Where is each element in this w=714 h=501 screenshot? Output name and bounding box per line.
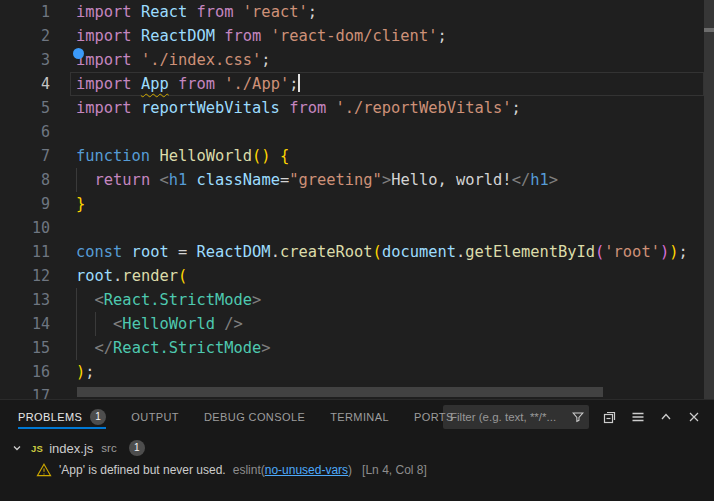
code-token: > bbox=[382, 171, 391, 189]
code-token: function bbox=[76, 147, 159, 165]
code-token: import bbox=[76, 3, 141, 21]
code-token: > bbox=[252, 291, 261, 309]
code-line-15[interactable]: </React.StrictMode> bbox=[76, 336, 271, 360]
problems-file-group[interactable]: JS index.js src 1 bbox=[0, 437, 714, 459]
tab-label: PORTS bbox=[414, 411, 454, 423]
line-number-2[interactable]: 2 bbox=[0, 24, 50, 48]
tab-problems[interactable]: PROBLEMS1 bbox=[18, 400, 106, 433]
code-line-7[interactable]: function HelloWorld() { bbox=[76, 144, 289, 168]
code-token: ReactDOM bbox=[197, 243, 271, 261]
code-line-12[interactable]: root.render( bbox=[76, 264, 187, 288]
code-token: getElementById bbox=[465, 243, 595, 261]
code-token: return bbox=[95, 171, 160, 189]
problem-rule-link[interactable]: no-unused-vars bbox=[265, 463, 348, 477]
code-token: = bbox=[178, 243, 197, 261]
code-line-16[interactable]: ); bbox=[76, 360, 95, 384]
code-token bbox=[76, 291, 95, 309]
code-token: ; bbox=[308, 3, 317, 21]
code-line-9[interactable]: } bbox=[76, 192, 85, 216]
code-token: import bbox=[76, 27, 141, 45]
line-number-5[interactable]: 5 bbox=[0, 96, 50, 120]
line-number-7[interactable]: 7 bbox=[0, 144, 50, 168]
line-number-3[interactable]: 3 bbox=[0, 48, 50, 72]
panel-actions bbox=[589, 408, 714, 426]
tab-ports[interactable]: PORTS bbox=[414, 400, 454, 433]
horizontal-scrollbar[interactable] bbox=[77, 387, 603, 397]
code-token: from bbox=[289, 99, 335, 117]
tab-output[interactable]: OUTPUT bbox=[131, 400, 179, 433]
line-number-4[interactable]: 4 bbox=[0, 72, 50, 96]
code-token: import bbox=[76, 99, 141, 117]
code-line-2[interactable]: import ReactDOM from 'react-dom/client'; bbox=[76, 24, 447, 48]
group-expand-icon[interactable] bbox=[9, 440, 25, 456]
code-line-1[interactable]: import React from 'react'; bbox=[76, 0, 317, 24]
problems-filter-box[interactable] bbox=[443, 405, 589, 429]
code-token: > bbox=[261, 339, 270, 357]
view-as-list-icon[interactable] bbox=[629, 408, 647, 426]
filter-input[interactable] bbox=[443, 411, 571, 423]
code-token: () { bbox=[252, 147, 289, 165]
line-number-12[interactable]: 12 bbox=[0, 264, 50, 288]
file-path: src bbox=[101, 442, 116, 454]
line-number-9[interactable]: 9 bbox=[0, 192, 50, 216]
line-number-11[interactable]: 11 bbox=[0, 240, 50, 264]
line-number-8[interactable]: 8 bbox=[0, 168, 50, 192]
code-token: HelloWorld bbox=[159, 147, 252, 165]
code-line-13[interactable]: <React.StrictMode> bbox=[76, 288, 261, 312]
indent-guide bbox=[76, 168, 77, 192]
code-token: HelloWorld bbox=[122, 315, 215, 333]
collapse-all-icon[interactable] bbox=[601, 408, 619, 426]
problem-item[interactable]: 'App' is defined but never used. eslint(… bbox=[0, 459, 714, 481]
tab-label: DEBUG CONSOLE bbox=[204, 411, 305, 423]
line-number-15[interactable]: 15 bbox=[0, 336, 50, 360]
code-token: . bbox=[113, 267, 122, 285]
indent-guide bbox=[76, 288, 77, 312]
js-file-icon: JS bbox=[31, 443, 43, 454]
code-token: Hello, world! bbox=[391, 171, 511, 189]
maximize-panel-icon[interactable] bbox=[657, 408, 675, 426]
code-token: 'root' bbox=[604, 243, 660, 261]
code-line-11[interactable]: const root = ReactDOM.createRoot(documen… bbox=[76, 240, 688, 264]
code-line-14[interactable]: <HelloWorld /> bbox=[76, 312, 243, 336]
tab-label: PROBLEMS bbox=[18, 411, 82, 423]
token-with-warning: App bbox=[141, 75, 169, 93]
code-line-5[interactable]: import reportWebVitals from './reportWeb… bbox=[76, 96, 521, 120]
code-token: React bbox=[141, 3, 197, 21]
line-number-17[interactable]: 17 bbox=[0, 384, 50, 399]
line-number-1[interactable]: 1 bbox=[0, 0, 50, 24]
code-line-8[interactable]: return <h1 className="greeting">Hello, w… bbox=[76, 168, 558, 192]
tab-debug-console[interactable]: DEBUG CONSOLE bbox=[204, 400, 305, 433]
line-number-13[interactable]: 13 bbox=[0, 288, 50, 312]
code-token: 'react-dom/client' bbox=[271, 27, 438, 45]
code-token bbox=[76, 171, 95, 189]
problem-source: eslint(no-unused-vars) bbox=[233, 463, 352, 477]
code-token: createRoot bbox=[280, 243, 373, 261]
code-token: ; bbox=[678, 243, 687, 261]
tab-badge: 1 bbox=[90, 409, 106, 425]
code-token: document bbox=[382, 243, 456, 261]
indent-guide bbox=[76, 312, 77, 336]
code-token: < bbox=[95, 291, 104, 309]
code-token: ; bbox=[289, 75, 298, 93]
code-line-4[interactable]: import App from './App'; bbox=[76, 72, 300, 96]
line-number-10[interactable]: 10 bbox=[0, 216, 50, 240]
line-number-14[interactable]: 14 bbox=[0, 312, 50, 336]
tab-terminal[interactable]: TERMINAL bbox=[330, 400, 389, 433]
code-token: './index.css' bbox=[141, 51, 261, 69]
code-token: root bbox=[132, 243, 178, 261]
line-number-6[interactable]: 6 bbox=[0, 120, 50, 144]
code-token: } bbox=[76, 195, 85, 213]
problem-source-open: eslint( bbox=[233, 463, 265, 477]
code-token: React.StrictMode bbox=[113, 339, 261, 357]
code-token: ( bbox=[373, 243, 382, 261]
vertical-scrollbar[interactable] bbox=[704, 0, 714, 399]
code-token: import bbox=[76, 75, 141, 93]
code-line-3[interactable]: import './index.css'; bbox=[76, 48, 271, 72]
close-panel-icon[interactable] bbox=[685, 408, 703, 426]
code-editor[interactable]: 1234567891011121314151617 import React f… bbox=[0, 0, 714, 399]
code-token: ) bbox=[76, 363, 85, 381]
code-token: ; bbox=[512, 99, 521, 117]
line-number-16[interactable]: 16 bbox=[0, 360, 50, 384]
code-token: < bbox=[113, 315, 122, 333]
tab-label: OUTPUT bbox=[131, 411, 179, 423]
